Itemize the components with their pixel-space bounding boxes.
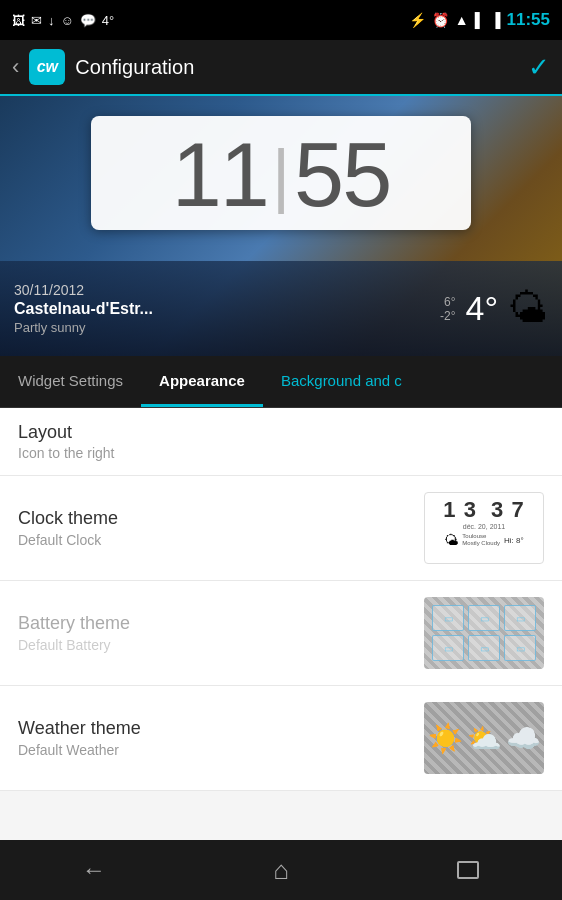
clock-min2: 5 [342, 130, 390, 220]
weather-sun-icon: 🌤 [508, 286, 548, 331]
status-bar: 🖼 ✉ ↓ ☺ 💬 4° ⚡ ⏰ ▲ ▌ ▐ 11:55 [0, 0, 562, 40]
layout-subtitle: Icon to the right [18, 445, 544, 461]
clock-hour1: 1 [172, 130, 220, 220]
thumb-sun-icon: 🌤 [444, 532, 458, 548]
weather-theme-title: Weather theme [18, 718, 424, 739]
weather-theme-setting[interactable]: Weather theme Default Weather ☀️ ⛅ ☁️ [0, 686, 562, 791]
batt-icon-6: ▭ [504, 635, 536, 661]
clock-theme-subtitle: Default Clock [18, 532, 424, 548]
clock-widget: 1 1 | 5 5 [91, 116, 471, 230]
signal-icon: ▌ [475, 12, 485, 28]
tab-appearance[interactable]: Appearance [141, 356, 263, 407]
tab-widget-settings[interactable]: Widget Settings [0, 356, 141, 407]
tab-background-label: Background and c [281, 372, 402, 389]
weather-temp-range: 6° -2° [440, 295, 455, 323]
email-icon: ✉ [31, 13, 42, 28]
weather-right: 6° -2° 4° 🌤 [440, 286, 548, 331]
weather-thumb-cloud-icon: ⛅ [467, 722, 502, 755]
weather-theme-thumbnail: ☀️ ⛅ ☁️ [424, 702, 544, 774]
tab-background[interactable]: Background and c [263, 356, 420, 407]
clock-theme-thumbnail: 1 3 3 7 déc. 20, 2011 🌤 Toulouse Mostly … [424, 492, 544, 564]
nav-bar [0, 840, 562, 900]
thumb-temp: Hi: 8° [504, 536, 524, 545]
layout-title: Layout [18, 422, 544, 443]
batt-icon-5: ▭ [468, 635, 500, 661]
thumb-clock-time: 1 3 3 7 [443, 497, 524, 523]
talk-icon: 💬 [80, 13, 96, 28]
weather-city: Castelnau-d'Estr... [14, 300, 153, 318]
weather-theme-subtitle: Default Weather [18, 742, 424, 758]
status-time: 11:55 [507, 10, 550, 30]
tab-appearance-label: Appearance [159, 372, 245, 389]
battery-theme-setting[interactable]: Battery theme Default Battery ▭ ▭ ▭ ▭ ▭ … [0, 581, 562, 686]
clock-theme-title: Clock theme [18, 508, 424, 529]
nav-home-button[interactable] [251, 850, 311, 890]
emoji-icon: ☺ [61, 13, 74, 28]
thumb-city: Toulouse [462, 533, 500, 540]
weather-date: 30/11/2012 [14, 282, 153, 298]
thumb-weather-text: Toulouse Mostly Cloudy [462, 533, 500, 547]
weather-temp-main: 4° [465, 289, 498, 328]
weather-theme-text: Weather theme Default Weather [18, 718, 424, 758]
weather-thumb-rain-icon: ☁️ [506, 722, 541, 755]
battery-theme-thumbnail: ▭ ▭ ▭ ▭ ▭ ▭ [424, 597, 544, 669]
batt-icon-4: ▭ [432, 635, 464, 661]
page-title: Configuration [75, 56, 528, 79]
alarm-icon: ⏰ [432, 12, 449, 28]
batt-icon-2: ▭ [468, 605, 500, 631]
status-icons-left: 🖼 ✉ ↓ ☺ 💬 4° [12, 13, 114, 28]
weather-description: Partly sunny [14, 320, 153, 335]
battery-theme-subtitle: Default Battery [18, 637, 424, 653]
weather-left: 30/11/2012 Castelnau-d'Estr... Partly su… [14, 282, 153, 335]
tab-widget-settings-label: Widget Settings [18, 372, 123, 389]
wifi-icon: ▲ [455, 12, 469, 28]
download-icon: ↓ [48, 13, 55, 28]
weather-temp-low: -2° [440, 309, 455, 323]
nav-home-icon [273, 855, 289, 886]
nav-recents-button[interactable] [438, 850, 498, 890]
tabs-bar: Widget Settings Appearance Background an… [0, 356, 562, 408]
weather-info: 30/11/2012 Castelnau-d'Estr... Partly su… [0, 261, 562, 356]
preview-area: 1 1 | 5 5 30/11/2012 Castelnau-d'Estr...… [0, 96, 562, 356]
clock-time-row: 1 1 | 5 5 [121, 130, 441, 220]
battery-theme-text: Battery theme Default Battery [18, 613, 424, 653]
clock-theme-setting[interactable]: Clock theme Default Clock 1 3 3 7 déc. 2… [0, 476, 562, 581]
weather-thumb-sun-icon: ☀️ [428, 722, 463, 755]
image-icon: 🖼 [12, 13, 25, 28]
back-arrow-icon[interactable]: ‹ [12, 54, 19, 80]
thumb-clock-weather-row: 🌤 Toulouse Mostly Cloudy Hi: 8° [444, 532, 523, 548]
content-area: Layout Icon to the right Clock theme Def… [0, 408, 562, 840]
battery-icon: ▐ [491, 12, 501, 28]
app-icon-text: cw [37, 58, 58, 76]
temperature-label: 4° [102, 13, 114, 28]
app-icon: cw [29, 49, 65, 85]
bluetooth-icon: ⚡ [409, 12, 426, 28]
nav-back-icon [82, 856, 106, 884]
action-bar: ‹ cw Configuration ✓ [0, 40, 562, 96]
battery-theme-title: Battery theme [18, 613, 424, 634]
clock-hour2: 1 [220, 130, 268, 220]
layout-setting[interactable]: Layout Icon to the right [0, 408, 562, 476]
batt-icon-1: ▭ [432, 605, 464, 631]
weather-temp-high: 6° [444, 295, 455, 309]
batt-icon-3: ▭ [504, 605, 536, 631]
confirm-button[interactable]: ✓ [528, 52, 550, 83]
nav-recents-icon [457, 861, 479, 879]
clock-sep: | [268, 140, 294, 210]
thumb-clock-date: déc. 20, 2011 [463, 523, 505, 530]
nav-back-button[interactable] [64, 850, 124, 890]
clock-min1: 5 [294, 130, 342, 220]
clock-theme-text: Clock theme Default Clock [18, 508, 424, 548]
status-icons-right: ⚡ ⏰ ▲ ▌ ▐ 11:55 [409, 10, 550, 30]
thumb-weather-desc: Mostly Cloudy [462, 540, 500, 547]
